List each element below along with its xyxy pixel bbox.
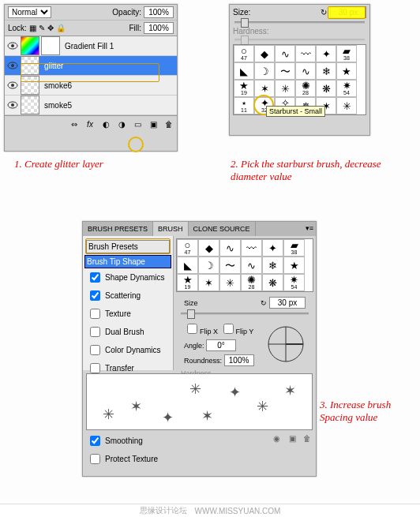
tooltip: Starburst - Small [266,106,325,117]
fx-icon[interactable]: fx [84,118,96,129]
tab-clone[interactable]: CLONE SOURCE [189,222,256,236]
fill-input[interactable] [144,22,174,34]
flipx-checkbox[interactable] [187,324,197,334]
brush-swatch[interactable]: ✷54 [336,80,357,97]
visibility-icon[interactable] [6,99,19,111]
brush-swatch[interactable]: 〜 [219,257,241,274]
adjustment-icon[interactable]: ◑ [116,118,127,129]
brush-swatch[interactable]: ✳ [275,80,295,97]
tab-presets[interactable]: BRUSH PRESETS [83,222,153,236]
caption-1: 1. Create glitter layer [14,158,103,170]
angle-widget[interactable] [266,324,306,364]
option-color-dynamics[interactable]: Color Dynamics [84,341,171,359]
link-icon[interactable]: ⇔ [69,118,80,129]
lock-brush-icon[interactable]: ✎ [39,24,45,32]
layer-mask [41,36,60,55]
option-smoothing[interactable]: Smoothing [84,432,171,450]
brush-swatch[interactable]: ✦ [316,45,336,62]
new-layer-icon[interactable]: ▣ [148,118,159,129]
brush-swatch[interactable]: ★ [283,257,305,274]
highlight-size [328,6,366,19]
svg-point-7 [11,103,14,107]
brush-swatch[interactable]: ❋ [316,80,336,97]
svg-point-5 [11,84,14,87]
brush-swatch[interactable]: ∿ [241,257,262,274]
brush-swatch[interactable]: ✺28 [241,274,262,291]
layer-row[interactable]: smoke5 [5,96,177,115]
option-dual-brush[interactable]: Dual Brush [84,323,171,341]
brush-swatch[interactable]: ✷54 [283,274,305,291]
opacity-input[interactable] [144,6,174,18]
reset-icon[interactable]: ↻ [261,299,267,307]
brush-swatch[interactable]: ❄ [262,257,283,274]
visibility-icon[interactable] [6,79,19,92]
reset-icon[interactable]: ↻ [321,8,327,17]
brush-swatch[interactable]: ▰38 [336,45,357,62]
visibility-icon[interactable] [6,39,19,52]
layer-row[interactable]: Gradient Fill 1 [5,36,177,56]
mask-icon[interactable]: ◐ [100,118,111,129]
footer: 思缘设计论坛 WWW.MISSYUAN.COM [0,504,420,517]
group-icon[interactable]: ▭ [132,118,143,129]
size-slider[interactable] [234,21,365,24]
brush-settings-panel: BRUSH PRESETS BRUSH CLONE SOURCE ▾≡ Brus… [82,221,317,477]
brush-swatch[interactable]: ▰38 [283,239,305,257]
brush-swatch[interactable]: ★ [336,62,357,80]
size-input[interactable] [269,297,306,309]
roundness-input[interactable] [224,354,254,366]
layers-panel: Normal Opacity: Lock: ▦ ✎ ✥ 🔒 Fill: Grad… [4,4,178,152]
brush-swatch[interactable]: ✶ [198,274,219,291]
brush-swatch[interactable]: ❄ [316,62,336,80]
size-slider[interactable] [181,313,309,315]
toggle-icon[interactable]: ◉ [273,434,280,443]
trash-icon[interactable]: 🗑 [303,434,311,443]
tab-brush[interactable]: BRUSH [153,222,189,236]
lock-transparency-icon[interactable]: ▦ [29,24,36,32]
brush-swatch[interactable]: ❋ [262,274,283,291]
option-protect-texture[interactable]: Protect Texture [84,450,171,468]
brush-swatch[interactable]: ◆ [198,239,219,257]
brush-swatch[interactable]: ◣ [177,257,198,274]
new-icon[interactable]: ▣ [289,434,296,443]
visibility-icon[interactable] [6,59,19,72]
brush-swatches-2: ○47◆∿〰✦▰38◣☽〜∿❄★★19✶✳✺28❋✷54 [176,238,313,292]
brush-swatch[interactable]: ∿ [219,239,241,257]
option-scattering[interactable]: Scattering [84,287,171,305]
option-texture[interactable]: Texture [84,305,171,323]
tab-bar: BRUSH PRESETS BRUSH CLONE SOURCE ▾≡ [83,222,316,236]
panel-menu-icon[interactable]: ▾≡ [303,222,316,236]
brush-swatch[interactable]: 〜 [275,62,295,80]
option-shape-dynamics[interactable]: Shape Dynamics [84,268,171,287]
brush-swatch[interactable]: ∿ [275,45,295,62]
lock-all-icon[interactable]: 🔒 [56,24,66,32]
brush-swatch[interactable]: ★19 [234,80,254,97]
brush-swatch[interactable]: 〰 [295,45,316,62]
trash-icon[interactable]: 🗑 [163,118,174,129]
svg-point-3 [11,64,14,67]
lock-move-icon[interactable]: ✥ [47,24,54,32]
blend-mode-select[interactable]: Normal [8,6,51,18]
brush-swatch[interactable]: ⋆11 [234,97,254,114]
brush-swatch[interactable]: ◣ [234,62,254,80]
layer-thumb [21,36,39,55]
fill-label: Fill: [129,24,141,32]
brush-options-list: Brush Presets Brush Tip Shape Shape Dyna… [83,236,174,370]
option-brush-tip[interactable]: Brush Tip Shape [84,255,171,268]
layer-name: Gradient Fill 1 [65,42,114,51]
brush-swatch[interactable]: ∿ [295,62,316,80]
brush-swatch[interactable]: ☽ [198,257,219,274]
brush-swatch[interactable]: ◆ [254,45,275,62]
brush-swatch[interactable]: ✺28 [295,80,316,97]
brush-swatch[interactable]: ☽ [254,62,275,80]
brush-swatch[interactable]: ★19 [177,274,198,291]
angle-input[interactable] [206,339,236,351]
brush-swatch[interactable]: ✳ [219,274,241,291]
brush-swatch[interactable]: 〰 [241,239,262,257]
brush-picker-panel: Size: ↻ Hardness: ○47◆∿〰✦▰38◣☽〜∿❄★★19✶✳✺… [229,4,370,136]
brush-swatch[interactable]: ○47 [234,45,254,62]
brush-swatch[interactable]: ○47 [177,239,198,257]
size-label: Size [184,299,198,307]
brush-swatch[interactable]: ✦ [262,239,283,257]
brush-swatch[interactable]: ✳ [336,97,357,114]
flipy-checkbox[interactable] [223,324,234,334]
